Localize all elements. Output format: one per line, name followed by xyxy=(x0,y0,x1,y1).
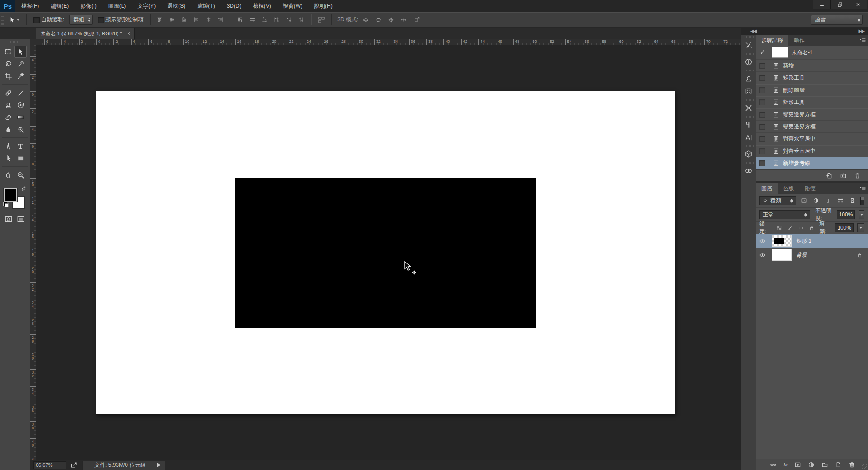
filter-type-button[interactable] xyxy=(824,197,832,205)
history-state-row[interactable]: 刪除圖層 xyxy=(756,84,868,96)
hand-tool[interactable] xyxy=(2,169,14,181)
align-right-edges-button[interactable] xyxy=(217,16,225,24)
history-source-well[interactable] xyxy=(756,157,769,169)
blend-mode-dropdown[interactable]: 正常 xyxy=(760,210,810,219)
history-source-well[interactable] xyxy=(756,72,769,84)
align-left-edges-button[interactable] xyxy=(193,16,201,24)
expand-dock-icon[interactable]: ▶▶ xyxy=(859,28,864,33)
history-source-well[interactable] xyxy=(756,96,769,108)
history-state-row[interactable]: 變更邊界方框 xyxy=(756,121,868,133)
auto-select-target-dropdown[interactable]: 群組 xyxy=(69,15,93,25)
layer-row-background[interactable]: 背景 xyxy=(756,248,868,262)
add-mask-button[interactable] xyxy=(793,461,802,469)
clone-stamp-tool[interactable] xyxy=(2,99,14,111)
document-tab[interactable]: 未命名-1 @ 66.7% (矩形 1, RGB/8) * xyxy=(36,28,135,39)
dock-grip[interactable] xyxy=(744,145,754,147)
new-snapshot-button[interactable] xyxy=(839,171,848,180)
filter-smart-button[interactable] xyxy=(849,197,857,205)
crop-tool[interactable] xyxy=(2,70,14,82)
history-state-row[interactable]: 新增參考線 xyxy=(756,157,868,169)
auto-align-button[interactable] xyxy=(317,15,326,24)
panel-button-creative-cloud[interactable] xyxy=(741,164,756,177)
tab-actions[interactable]: 動作 xyxy=(788,35,810,46)
share-icon[interactable] xyxy=(71,461,78,469)
black-rectangle-shape[interactable] xyxy=(235,178,536,328)
history-state-row[interactable]: 變更邊界方框 xyxy=(756,108,868,121)
brush-tool[interactable] xyxy=(14,87,27,99)
delete-state-button[interactable] xyxy=(853,171,862,180)
fill-dropdown-button[interactable] xyxy=(857,223,864,232)
magic-wand-tool[interactable] xyxy=(14,58,27,70)
horizontal-ruler[interactable]: 6420246810121416182022242628303234363840… xyxy=(36,39,741,45)
ruler-corner[interactable] xyxy=(30,39,36,45)
eraser-tool[interactable] xyxy=(2,111,14,123)
gradient-tool[interactable] xyxy=(14,111,27,123)
resize-grip[interactable] xyxy=(862,464,867,469)
panel-button-paragraph[interactable] xyxy=(741,118,756,131)
restore-button[interactable] xyxy=(831,0,849,9)
dock-grip[interactable] xyxy=(744,162,754,164)
type-tool[interactable] xyxy=(14,140,27,152)
fill-value[interactable]: 100% xyxy=(835,223,854,232)
panel-button-clone-source[interactable] xyxy=(741,72,756,85)
history-source-well[interactable] xyxy=(756,121,769,132)
layer-thumbnail[interactable] xyxy=(772,235,792,247)
delete-layer-button[interactable] xyxy=(848,461,856,469)
link-layers-button[interactable] xyxy=(769,461,778,469)
menu-1[interactable]: 編輯(E) xyxy=(45,0,75,12)
history-source-well[interactable] xyxy=(756,133,769,145)
tab-layers[interactable]: 圖層 xyxy=(756,183,778,194)
align-horizontal-centers-button[interactable] xyxy=(205,16,213,24)
panel-button-brush-presets[interactable] xyxy=(741,39,756,52)
menu-3[interactable]: 圖層(L) xyxy=(103,0,132,12)
rectangle-tool[interactable] xyxy=(14,152,27,164)
menu-9[interactable]: 視窗(W) xyxy=(277,0,308,12)
menu-7[interactable]: 3D(D) xyxy=(221,0,247,12)
close-tab-icon[interactable] xyxy=(126,31,131,36)
document-info[interactable]: 文件: 5.93M/0 位元組 xyxy=(82,461,165,470)
history-state-row[interactable]: 對齊垂直居中 xyxy=(756,145,868,157)
default-colors-button[interactable] xyxy=(3,202,9,207)
collapse-dock-icon[interactable]: ◀◀ xyxy=(750,28,756,33)
healing-brush-tool[interactable] xyxy=(2,87,14,99)
filter-adjustment-button[interactable] xyxy=(812,197,820,205)
layer-visibility-toggle[interactable] xyxy=(756,248,769,262)
opacity-dropdown-button[interactable] xyxy=(859,210,864,219)
dock-grip[interactable] xyxy=(744,53,754,55)
foreground-color-swatch[interactable] xyxy=(4,188,17,202)
layer-thumbnail[interactable] xyxy=(772,249,792,261)
history-state-row[interactable]: 矩形工具 xyxy=(756,96,868,108)
history-source-well[interactable] xyxy=(756,46,769,59)
screen-mode-button[interactable] xyxy=(14,213,27,225)
panel-button-3d[interactable] xyxy=(741,148,756,160)
zoom-tool[interactable] xyxy=(14,169,27,181)
layer-name[interactable]: 背景 xyxy=(796,251,807,259)
path-selection-tool[interactable] xyxy=(2,152,14,164)
new-group-button[interactable] xyxy=(821,461,829,469)
panel-button-tool-presets[interactable] xyxy=(741,102,756,114)
history-brush-tool[interactable] xyxy=(14,99,27,111)
lock-all-button[interactable] xyxy=(808,224,816,232)
dock-grip[interactable] xyxy=(744,36,754,38)
history-source-well[interactable] xyxy=(756,145,769,157)
history-state-row[interactable]: 新增 xyxy=(756,60,868,72)
layer-visibility-toggle[interactable] xyxy=(756,234,769,248)
document-canvas[interactable] xyxy=(96,91,675,414)
lock-pixels-button[interactable] xyxy=(786,224,794,232)
align-bottom-edges-button[interactable] xyxy=(180,16,189,24)
panel-button-character[interactable] xyxy=(741,131,756,144)
dock-grip[interactable] xyxy=(744,70,754,71)
new-layer-button[interactable] xyxy=(834,461,843,469)
vertical-guide[interactable] xyxy=(235,45,235,459)
new-doc-from-state-button[interactable] xyxy=(825,171,834,180)
zoom-level-field[interactable]: 66.67% xyxy=(33,461,66,469)
tab-channels[interactable]: 色版 xyxy=(778,183,799,194)
dock-grip[interactable] xyxy=(744,99,754,101)
dock-grip[interactable] xyxy=(744,116,754,118)
filter-kind-dropdown[interactable]: 種類 xyxy=(760,196,796,205)
distribute-top-edges-button[interactable] xyxy=(236,16,245,24)
menu-2[interactable]: 影像(I) xyxy=(75,0,102,12)
menu-5[interactable]: 選取(S) xyxy=(161,0,191,12)
status-options-arrow[interactable] xyxy=(157,463,160,467)
menu-8[interactable]: 檢視(V) xyxy=(247,0,277,12)
